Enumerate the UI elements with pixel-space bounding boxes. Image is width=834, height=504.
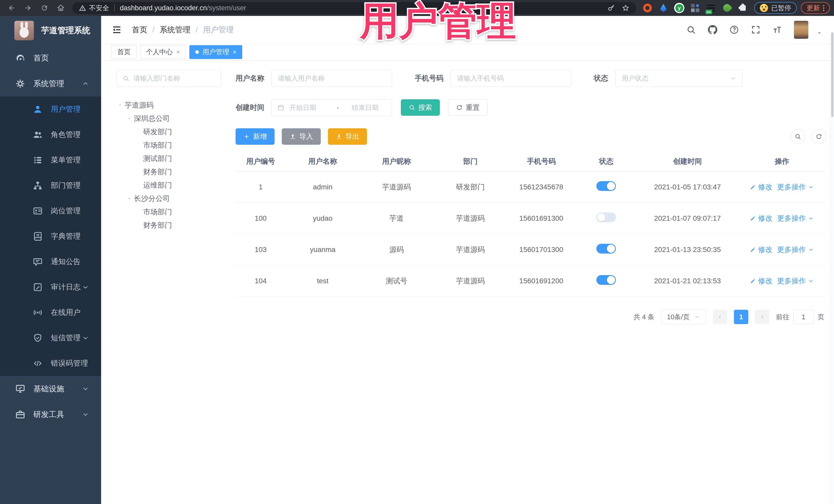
status-toggle[interactable] xyxy=(596,181,616,191)
tree-node-运维部门[interactable]: 运维部门 xyxy=(116,179,221,192)
user-avatar[interactable] xyxy=(794,21,808,39)
edit-link[interactable]: 修改 xyxy=(750,276,772,286)
sidebar-item-首页[interactable]: 首页 xyxy=(0,45,101,71)
scrollbar-thumb[interactable] xyxy=(831,32,833,117)
goto-page-input[interactable] xyxy=(793,310,813,324)
browser-home-icon[interactable] xyxy=(53,2,68,14)
tags-view-bar: 首页个人中心×用户管理× xyxy=(101,44,834,61)
status-toggle[interactable] xyxy=(596,244,616,254)
sidebar-item-用户管理[interactable]: 用户管理 xyxy=(0,96,101,122)
more-actions-link[interactable]: 更多操作 xyxy=(777,182,814,192)
tree-node-财务部门[interactable]: 财务部门 xyxy=(116,165,221,179)
font-size-icon[interactable] xyxy=(772,25,782,35)
column-header-状态: 状态 xyxy=(575,156,637,166)
tab-close-icon[interactable]: × xyxy=(233,48,236,56)
fullscreen-icon[interactable] xyxy=(751,25,761,35)
github-icon[interactable] xyxy=(708,25,718,35)
extension-yudao-icon[interactable]: y xyxy=(672,1,686,15)
tab-个人中心[interactable]: 个人中心× xyxy=(140,45,186,59)
status-toggle[interactable] xyxy=(596,213,616,222)
page-url[interactable]: dashboard.yudao.iocoder.cn/system/user xyxy=(120,4,246,12)
sidebar-item-label: 短信管理 xyxy=(51,333,81,343)
edit-link[interactable]: 修改 xyxy=(750,182,772,192)
status-filter-select[interactable]: 用户状态 xyxy=(615,70,743,87)
breadcrumb-item[interactable]: 系统管理 xyxy=(160,25,191,35)
breadcrumb-item[interactable]: 首页 xyxy=(132,25,147,35)
sidebar-item-在线用户[interactable]: 在线用户 xyxy=(0,300,101,325)
tree-node-label: 财务部门 xyxy=(143,167,172,177)
next-page-button[interactable] xyxy=(755,310,769,324)
add-button[interactable]: 新增 xyxy=(236,128,275,145)
tree-node-财务部门[interactable]: 财务部门 xyxy=(116,219,221,232)
tab-首页[interactable]: 首页 xyxy=(111,45,136,59)
extension-tabs-icon[interactable] xyxy=(688,1,702,15)
start-date-placeholder: 开始日期 xyxy=(289,103,332,112)
browser-menu-icon[interactable] xyxy=(823,5,824,11)
password-key-icon[interactable] xyxy=(608,4,615,12)
extensions-puzzle-icon[interactable] xyxy=(736,1,750,15)
username-filter-input[interactable] xyxy=(271,70,392,87)
sidebar-item-菜单管理[interactable]: 菜单管理 xyxy=(0,147,101,173)
edit-link[interactable]: 修改 xyxy=(750,214,772,223)
more-actions-link[interactable]: 更多操作 xyxy=(777,276,814,286)
extension-drop-icon[interactable] xyxy=(656,1,671,15)
export-button[interactable]: 导出 xyxy=(328,128,367,145)
browser-reload-icon[interactable] xyxy=(37,2,52,14)
search-button[interactable]: 搜索 xyxy=(401,99,440,116)
tab-用户管理[interactable]: 用户管理× xyxy=(190,45,242,59)
profile-paused-badge[interactable]: 已暂停 xyxy=(754,2,797,14)
bookmark-star-icon[interactable] xyxy=(622,4,630,12)
avatar-caret-icon[interactable] xyxy=(816,30,823,37)
toggle-search-button[interactable] xyxy=(790,129,805,144)
search-icon xyxy=(794,133,801,140)
tree-node-市场部门[interactable]: 市场部门 xyxy=(116,205,221,219)
department-search-input[interactable] xyxy=(133,74,215,82)
header-search-icon[interactable] xyxy=(686,25,696,35)
tab-label: 个人中心 xyxy=(146,47,173,57)
security-label[interactable]: 不安全 xyxy=(89,4,109,13)
tree-node-芋道源码[interactable]: 芋道源码 xyxy=(116,98,221,112)
app-logo[interactable]: 芋道管理系统 xyxy=(0,16,101,45)
current-page-button[interactable]: 1 xyxy=(734,310,748,324)
extension-ubuntu-icon[interactable] xyxy=(640,1,655,15)
browser-forward-icon[interactable] xyxy=(21,2,36,14)
devtools-icon xyxy=(15,410,25,419)
page-scrollbar[interactable] xyxy=(830,32,834,504)
tree-node-市场部门[interactable]: 市场部门 xyxy=(116,138,221,152)
sidebar-item-基础设施[interactable]: 基础设施 xyxy=(0,376,101,401)
status-toggle[interactable] xyxy=(596,275,616,285)
help-icon[interactable] xyxy=(729,25,739,35)
tree-node-长沙分公司[interactable]: 长沙分公司 xyxy=(116,192,221,205)
sidebar-item-错误码管理[interactable]: 错误码管理 xyxy=(0,351,101,376)
edit-link[interactable]: 修改 xyxy=(750,245,772,255)
paused-label: 已暂停 xyxy=(771,4,791,13)
tree-node-研发部门[interactable]: 研发部门 xyxy=(116,125,221,138)
tree-node-测试部门[interactable]: 测试部门 xyxy=(116,152,221,165)
sidebar-item-部门管理[interactable]: 部门管理 xyxy=(0,173,101,198)
reset-button[interactable]: 重置 xyxy=(448,99,487,116)
tree-node-深圳总公司[interactable]: 深圳总公司 xyxy=(116,112,221,125)
sidebar-item-角色管理[interactable]: 角色管理 xyxy=(0,122,101,147)
import-button[interactable]: 导入 xyxy=(282,128,321,145)
prev-page-button[interactable] xyxy=(713,310,727,324)
menu-fold-icon[interactable] xyxy=(111,24,122,35)
more-actions-link[interactable]: 更多操作 xyxy=(777,214,814,223)
more-actions-link[interactable]: 更多操作 xyxy=(777,245,814,255)
sidebar-item-系统管理[interactable]: 系统管理 xyxy=(0,71,101,96)
sidebar-item-字典管理[interactable]: 字典管理 xyxy=(0,223,101,249)
sidebar-item-审计日志[interactable]: 审计日志 xyxy=(0,274,101,300)
extension-adblock-icon[interactable]: on xyxy=(704,1,718,15)
extension-sprout-icon[interactable] xyxy=(720,1,734,15)
page-size-select[interactable]: 10条/页 xyxy=(661,309,706,324)
browser-update-button[interactable]: 更新 xyxy=(801,2,830,14)
tab-close-icon[interactable]: × xyxy=(176,48,180,56)
date-range-picker[interactable]: 开始日期 - 结束日期 xyxy=(271,99,392,116)
sidebar-item-短信管理[interactable]: 短信管理 xyxy=(0,325,101,351)
sidebar-item-研发工具[interactable]: 研发工具 xyxy=(0,401,101,427)
sidebar-item-通知公告[interactable]: 通知公告 xyxy=(0,249,101,274)
browser-back-icon[interactable] xyxy=(4,2,19,14)
refresh-table-button[interactable] xyxy=(811,129,826,144)
mobile-filter-input[interactable] xyxy=(451,70,571,87)
address-bar[interactable]: 不安全 dashboard.yudao.iocoder.cn/system/us… xyxy=(72,2,636,14)
sidebar-item-岗位管理[interactable]: 岗位管理 xyxy=(0,198,101,223)
